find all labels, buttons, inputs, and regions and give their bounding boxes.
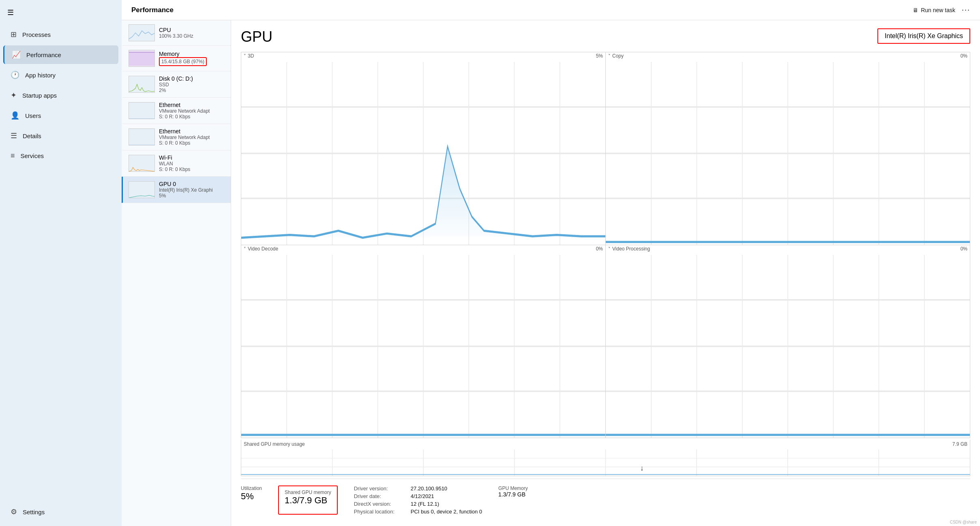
- shared-gpu-memory-stat: Shared GPU memory 1.3/7.9 GB: [278, 485, 338, 515]
- wifi-sparkline: [129, 155, 155, 172]
- driver-date-row: Driver date: 4/12/2021: [354, 493, 482, 499]
- driver-version-value: 27.20.100.9510: [411, 485, 447, 492]
- ethernet2-sparkline: [129, 129, 155, 145]
- more-options-button[interactable]: ···: [962, 6, 970, 14]
- wifi-info: Wi-Fi WLAN S: 0 R: 0 Kbps: [159, 154, 225, 172]
- memory-info: Memory 15.4/15.8 GB (97%): [159, 51, 225, 66]
- chart-3d-label: 3D: [248, 53, 254, 59]
- chart-video-processing-section: ˅ Video Processing 0%: [606, 245, 970, 438]
- startup-icon: ✦: [11, 91, 17, 100]
- sidebar-item-startup-apps[interactable]: ✦ Startup apps: [3, 86, 118, 105]
- disk-sub2: 2%: [159, 88, 225, 93]
- shared-memory-max: 7.9 GB: [952, 441, 967, 447]
- settings-icon: ⚙: [11, 507, 17, 516]
- shared-gpu-memory-value: 1.3/7.9 GB: [285, 495, 331, 506]
- ethernet2-sub: VMware Network Adapt: [159, 135, 225, 140]
- driver-version-row: Driver version: 27.20.100.9510: [354, 485, 482, 492]
- directx-version-value: 12 (FL 12.1): [411, 501, 439, 507]
- gpu0-info: GPU 0 Intel(R) Iris(R) Xe Graphi 5%: [159, 181, 225, 199]
- chart-video-decode-svg: [241, 255, 605, 438]
- utilization-stat: Utilization 5%: [241, 485, 262, 515]
- perf-item-ethernet1[interactable]: Ethernet VMware Network Adapt S: 0 R: 0 …: [122, 98, 231, 124]
- ethernet2-name: Ethernet: [159, 128, 225, 135]
- physical-location-value: PCI bus 0, device 2, function 0: [411, 509, 482, 515]
- sidebar-label-performance: Performance: [26, 51, 61, 58]
- chart-video-decode-pct: 0%: [596, 246, 603, 252]
- chart-video-processing-chevron: ˅: [608, 246, 611, 252]
- chart-video-decode-label-row: ˅ Video Decode 0%: [241, 245, 605, 252]
- perf-item-ethernet2[interactable]: Ethernet VMware Network Adapt S: 0 R: 0 …: [122, 124, 231, 150]
- chart-video-processing-pct: 0%: [961, 246, 967, 252]
- sidebar-item-settings[interactable]: ⚙ Settings: [3, 502, 118, 521]
- ethernet1-name: Ethernet: [159, 102, 225, 108]
- sidebar-label-details: Details: [23, 133, 41, 139]
- svg-rect-0: [129, 52, 155, 66]
- chart-3d-area: [241, 62, 605, 245]
- run-new-task-button[interactable]: 🖥 Run new task: [913, 7, 955, 13]
- cpu-name: CPU: [159, 27, 225, 33]
- memory-name: Memory: [159, 51, 225, 57]
- upper-charts: ˅ 3D 5%: [241, 52, 970, 245]
- sidebar-label-settings: Settings: [23, 509, 45, 515]
- chart-3d-section: ˅ 3D 5%: [241, 52, 606, 245]
- topbar: Performance 🖥 Run new task ···: [122, 0, 980, 20]
- topbar-actions: 🖥 Run new task ···: [913, 6, 970, 14]
- users-icon: 👤: [11, 111, 19, 120]
- chart-copy-section: ˅ Copy 0%: [606, 52, 970, 245]
- chart-3d-svg: [241, 62, 605, 245]
- chart-3d-label-row: ˅ 3D 5%: [241, 52, 605, 60]
- gpu-name-badge: Intel(R) Iris(R) Xe Graphics: [877, 28, 970, 44]
- chart-video-decode-section: ˅ Video Decode 0%: [241, 245, 606, 438]
- ethernet2-info: Ethernet VMware Network Adapt S: 0 R: 0 …: [159, 128, 225, 146]
- chart-copy-area: [606, 62, 970, 245]
- chart-video-processing-area: [606, 255, 970, 438]
- shared-gpu-memory-label: Shared GPU memory: [285, 490, 331, 495]
- sidebar-item-users[interactable]: 👤 Users: [3, 106, 118, 125]
- hamburger-button[interactable]: ☰: [0, 4, 122, 24]
- shared-memory-label-row: Shared GPU memory usage 7.9 GB: [241, 440, 970, 449]
- ethernet1-sub: VMware Network Adapt: [159, 108, 225, 114]
- ethernet1-sparkline: [129, 103, 155, 119]
- cpu-sparkline: [129, 25, 155, 41]
- perf-item-memory[interactable]: Memory 15.4/15.8 GB (97%): [122, 46, 231, 71]
- gpu-title: GPU: [241, 28, 272, 45]
- wifi-sub2: S: 0 R: 0 Kbps: [159, 167, 225, 172]
- perf-item-gpu0[interactable]: GPU 0 Intel(R) Iris(R) Xe Graphi 5%: [122, 177, 231, 203]
- memory-chart-thumb: [129, 50, 155, 67]
- perf-item-disk[interactable]: Disk 0 (C: D:) SSD 2%: [122, 71, 231, 98]
- gpu-memory-stat: GPU Memory 1.3/7.9 GB: [498, 485, 528, 515]
- physical-location-row: Physical location: PCI bus 0, device 2, …: [354, 509, 482, 515]
- chart-copy-chevron: ˅: [608, 53, 611, 59]
- sidebar-item-details[interactable]: ☰ Details: [3, 126, 118, 145]
- ethernet1-sub2: S: 0 R: 0 Kbps: [159, 114, 225, 120]
- chart-copy-label: Copy: [612, 53, 624, 59]
- gpu-header: GPU Intel(R) Iris(R) Xe Graphics: [241, 28, 970, 45]
- sidebar-item-app-history[interactable]: 🕐 App history: [3, 66, 118, 84]
- perf-item-wifi[interactable]: Wi-Fi WLAN S: 0 R: 0 Kbps: [122, 150, 231, 177]
- gpu0-sub2: 5%: [159, 193, 225, 199]
- gpu-detail-panel: GPU Intel(R) Iris(R) Xe Graphics ˅ 3D 5%: [231, 20, 980, 526]
- perf-item-cpu[interactable]: CPU 100% 3.30 GHz: [122, 20, 231, 46]
- sidebar-label-users: Users: [25, 112, 41, 119]
- gpu0-sub: Intel(R) Iris(R) Xe Graphi: [159, 187, 225, 193]
- performance-icon: 📈: [12, 50, 21, 59]
- main-content: Performance 🖥 Run new task ··· CPU: [122, 0, 980, 526]
- driver-version-key: Driver version:: [354, 485, 407, 492]
- sidebar-item-processes[interactable]: ⊞ Processes: [3, 25, 118, 44]
- sidebar-item-services[interactable]: ≡ Services: [3, 147, 118, 165]
- chart-video-processing-label: Video Processing: [612, 246, 650, 252]
- details-icon: ☰: [11, 131, 17, 140]
- shared-memory-section: Shared GPU memory usage 7.9 GB: [241, 440, 970, 476]
- directx-version-key: DirectX version:: [354, 501, 407, 507]
- run-task-icon: 🖥: [913, 7, 918, 13]
- shared-memory-chart-area: [241, 449, 970, 476]
- chart-3d-pct: 5%: [596, 53, 603, 59]
- sidebar-label-services: Services: [21, 152, 44, 159]
- chart-3d-chevron: ˅: [244, 53, 246, 59]
- sidebar-item-performance[interactable]: 📈 Performance: [3, 45, 118, 64]
- shared-memory-label-text: Shared GPU memory usage: [244, 441, 305, 447]
- cpu-chart-thumb: [129, 24, 155, 41]
- utilization-value: 5%: [241, 491, 262, 502]
- watermark: CSDN @share: [950, 520, 977, 524]
- utilization-label: Utilization: [241, 485, 262, 491]
